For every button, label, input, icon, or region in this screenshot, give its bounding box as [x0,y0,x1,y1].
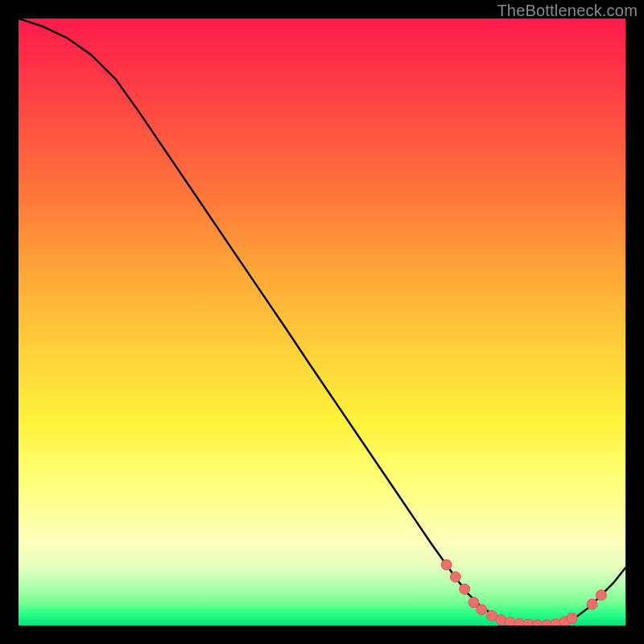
curve-marker [477,605,487,615]
curve-marker [587,599,597,609]
curve-marker [567,613,577,623]
curve-marker [450,572,460,582]
chart-stage: TheBottleneck.com [0,0,644,644]
curve-marker [596,590,606,601]
curve-markers [441,559,606,625]
curve-marker [441,559,452,570]
watermark-text: TheBottleneck.com [497,2,638,20]
curve-line [19,19,625,625]
chart-svg [19,19,625,625]
curve-marker [460,584,470,594]
plot-area [19,19,625,625]
